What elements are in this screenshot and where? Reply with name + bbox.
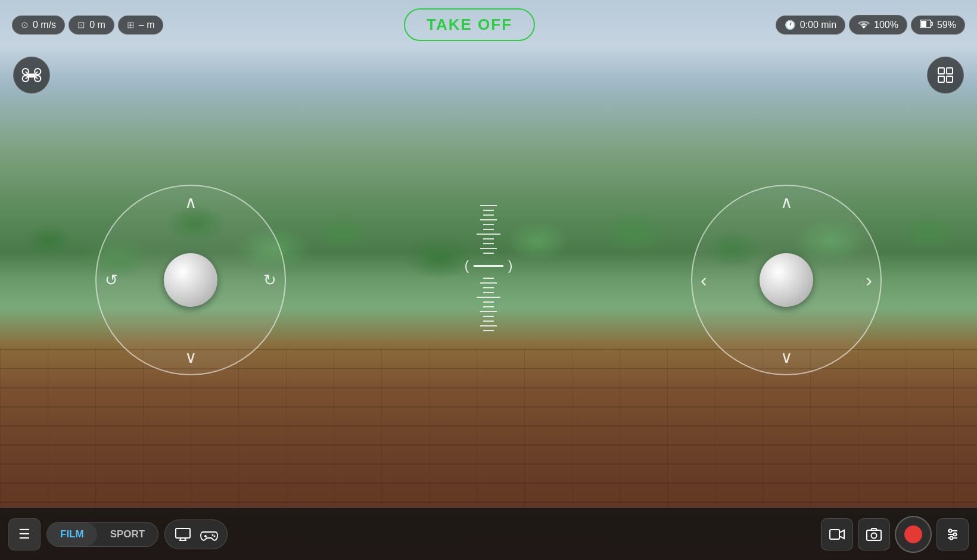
- scale-tick: [483, 287, 494, 288]
- scale-tick: [483, 224, 494, 225]
- settings-button[interactable]: [936, 518, 969, 550]
- distance-value: 0 m: [89, 20, 105, 30]
- svg-rect-12: [947, 68, 953, 74]
- svg-rect-1: [921, 21, 926, 27]
- timer-value: 0:00 min: [800, 20, 836, 30]
- svg-rect-23: [830, 530, 839, 539]
- left-joystick-right-arrow: ↻: [263, 272, 276, 288]
- right-joystick-ring: ∧ ∨ ‹ ›: [691, 185, 882, 375]
- sport-mode-button[interactable]: SPORT: [97, 522, 158, 546]
- scale-tick: [483, 292, 494, 293]
- scale-tick: [483, 278, 494, 279]
- altitude-icon: ⊞: [127, 20, 135, 30]
- drone-mode-button[interactable]: [13, 57, 50, 94]
- right-joystick-up-arrow: ∧: [780, 194, 793, 211]
- timer-icon: 🕐: [785, 20, 796, 30]
- grid-view-button[interactable]: [927, 57, 964, 94]
- scale-tick: [483, 229, 494, 230]
- altitude-value: – m: [139, 20, 155, 30]
- scale-tick: [483, 253, 494, 254]
- video-icon: [829, 528, 845, 540]
- reticle-right-bracket: ): [508, 258, 512, 273]
- scale-tick: [480, 282, 497, 284]
- scale-tick: [483, 214, 494, 216]
- right-joystick-left-arrow: ‹: [701, 270, 707, 290]
- right-joystick-center: [760, 253, 813, 307]
- right-joystick[interactable]: ∧ ∨ ‹ ›: [691, 185, 882, 375]
- scale-tick: [483, 210, 494, 211]
- scale-tick: [480, 325, 497, 326]
- settings-icon: [945, 527, 960, 542]
- scale-tick: [477, 234, 500, 235]
- reticle-bar: [474, 265, 503, 267]
- top-right-stats: 🕐 0:00 min 100%: [776, 15, 965, 35]
- scale-tick: [477, 297, 500, 298]
- ui-overlay: ⊙ 0 m/s ⊡ 0 m ⊞ – m TAKE OFF 🕐 0:00 min: [0, 0, 977, 560]
- svg-rect-13: [938, 76, 944, 82]
- left-joystick-left-arrow: ↺: [105, 272, 118, 288]
- altitude-reticle: ( ): [459, 191, 518, 346]
- video-button[interactable]: [821, 518, 853, 550]
- grid-icon: [937, 67, 954, 83]
- gamepad-icon: [200, 528, 218, 541]
- photo-icon: [866, 528, 882, 541]
- distance-stat: ⊡ 0 m: [69, 15, 114, 35]
- scale-tick: [483, 243, 494, 244]
- scale-tick: [483, 301, 494, 303]
- menu-button[interactable]: ☰: [8, 518, 41, 550]
- film-mode-button[interactable]: FILM: [47, 522, 97, 546]
- right-joystick-right-arrow: ›: [866, 270, 872, 290]
- bottom-left-controls: ☰ FILM SPORT: [8, 518, 228, 550]
- altitude-scale: ( ): [465, 203, 513, 333]
- svg-rect-15: [176, 528, 190, 538]
- scale-tick: [483, 330, 494, 331]
- scale-tick: [480, 311, 497, 312]
- speed-stat: ⊙ 0 m/s: [12, 15, 65, 35]
- scale-tick: [483, 238, 494, 239]
- photo-button[interactable]: [858, 518, 890, 550]
- reticle-left-bracket: (: [465, 258, 469, 273]
- menu-icon: ☰: [18, 527, 30, 542]
- left-joystick-center: [164, 253, 217, 307]
- speed-icon: ⊙: [21, 20, 29, 30]
- battery-value: 59%: [937, 20, 956, 30]
- signal-value: 100%: [874, 20, 898, 30]
- svg-rect-11: [938, 68, 944, 74]
- record-button[interactable]: [895, 516, 932, 553]
- svg-point-29: [954, 533, 957, 536]
- top-left-stats: ⊙ 0 m/s ⊡ 0 m ⊞ – m: [12, 15, 163, 35]
- altitude-stat: ⊞ – m: [118, 15, 164, 35]
- scale-tick: [483, 316, 494, 317]
- monitor-view-button[interactable]: [171, 524, 195, 545]
- left-joystick[interactable]: ∧ ∨ ↺ ↻: [95, 185, 286, 375]
- flight-mode-selector: FILM SPORT: [46, 522, 158, 547]
- scale-tick: [480, 219, 497, 220]
- scale-tick: [480, 205, 497, 206]
- svg-point-21: [212, 534, 214, 536]
- svg-point-31: [950, 536, 953, 539]
- drone-icon: [21, 65, 42, 85]
- timer-stat: 🕐 0:00 min: [776, 15, 845, 35]
- left-joystick-up-arrow: ∧: [185, 194, 197, 211]
- svg-point-27: [949, 529, 952, 532]
- gamepad-view-button[interactable]: [197, 524, 221, 545]
- battery-stat: 59%: [911, 15, 965, 35]
- scale-tick: [483, 321, 494, 322]
- record-indicator: [904, 525, 922, 543]
- monitor-icon: [175, 528, 191, 541]
- left-joystick-ring: ∧ ∨ ↺ ↻: [95, 185, 286, 375]
- signal-stat: 100%: [849, 15, 907, 35]
- signal-icon: [858, 19, 870, 30]
- right-joystick-down-arrow: ∨: [780, 349, 793, 366]
- bottom-bar: ☰ FILM SPORT: [0, 508, 977, 560]
- takeoff-button[interactable]: TAKE OFF: [404, 8, 535, 41]
- battery-icon: [920, 20, 933, 30]
- top-bar: ⊙ 0 m/s ⊡ 0 m ⊞ – m TAKE OFF 🕐 0:00 min: [0, 8, 977, 41]
- speed-value: 0 m/s: [33, 20, 56, 30]
- bottom-right-controls: [821, 516, 969, 553]
- scale-tick: [480, 248, 497, 249]
- svg-rect-14: [947, 76, 953, 82]
- view-mode-buttons: [164, 519, 228, 549]
- svg-point-22: [214, 535, 216, 537]
- reticle-center: ( ): [465, 258, 513, 273]
